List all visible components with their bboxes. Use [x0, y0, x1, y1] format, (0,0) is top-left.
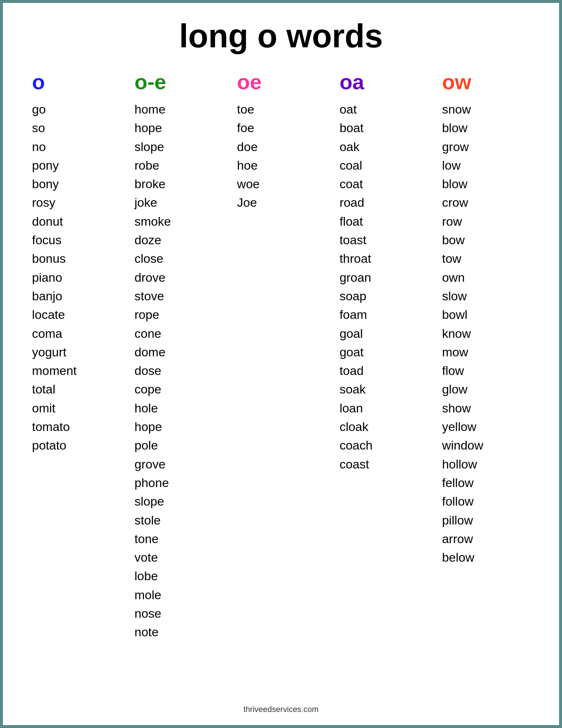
list-item: goal [339, 325, 372, 343]
list-item: coal [339, 157, 372, 174]
list-item: glow [442, 380, 483, 398]
word-list-col-o: gosonoponybonyrosydonutfocusbonuspianoba… [32, 100, 77, 455]
list-item: crow [442, 194, 483, 211]
list-item: follow [442, 492, 483, 510]
list-item: cloak [339, 418, 372, 436]
list-item: slow [442, 287, 483, 305]
list-item: slope [135, 138, 171, 156]
list-item: dome [135, 343, 171, 361]
list-item: low [442, 157, 483, 174]
list-item: drove [135, 269, 171, 286]
list-item: woe [237, 175, 260, 193]
columns-container: ogosonoponybonyrosydonutfocusbonuspianob… [25, 70, 537, 701]
list-item: potato [32, 436, 77, 454]
list-item: total [32, 380, 77, 398]
column-header-col-oe-dash: o-e [135, 70, 166, 94]
list-item: nose [135, 605, 171, 622]
column-header-col-oa: oa [339, 70, 364, 94]
list-item: pony [32, 157, 77, 174]
list-item: flow [442, 362, 483, 380]
column-col-o: ogosonoponybonyrosydonutfocusbonuspianob… [25, 70, 127, 701]
list-item: yellow [442, 418, 483, 436]
list-item: oat [339, 100, 372, 118]
list-item: goat [339, 343, 372, 361]
page: long o words ogosonoponybonyrosydonutfoc… [0, 0, 562, 728]
list-item: coat [339, 175, 372, 193]
column-col-oe-dash: o-ehomehopesloperobebrokejokesmokedozecl… [127, 70, 230, 701]
list-item: note [135, 623, 171, 641]
list-item: smoke [135, 213, 171, 230]
list-item: hope [135, 418, 171, 436]
list-item: boat [339, 119, 372, 137]
list-item: focus [32, 231, 77, 249]
list-item: mow [442, 343, 483, 361]
list-item: home [135, 100, 171, 118]
word-list-col-oe-dash: homehopesloperobebrokejokesmokedozeclose… [135, 100, 171, 641]
column-col-oe: oetoefoedoehoewoeJoe [230, 70, 332, 701]
list-item: road [339, 194, 372, 211]
list-item: locate [32, 306, 77, 324]
column-col-ow: owsnowblowgrowlowblowcrowrowbowtowownslo… [435, 70, 537, 701]
list-item: arrow [442, 530, 483, 548]
list-item: omit [32, 399, 77, 417]
list-item: robe [135, 157, 171, 174]
list-item: vote [135, 549, 171, 566]
list-item: window [442, 436, 483, 454]
list-item: foam [339, 306, 372, 324]
list-item: coach [339, 436, 372, 454]
list-item: tomato [32, 418, 77, 436]
list-item: go [32, 100, 77, 118]
list-item: pole [135, 436, 171, 454]
list-item: cone [135, 325, 171, 343]
list-item: doze [135, 231, 171, 249]
list-item: coast [339, 455, 372, 473]
list-item: below [442, 549, 483, 566]
list-item: close [135, 250, 171, 268]
list-item: toe [237, 100, 260, 118]
list-item: hollow [442, 455, 483, 473]
column-header-col-ow: ow [442, 70, 471, 94]
list-item: so [32, 119, 77, 137]
word-list-col-oe: toefoedoehoewoeJoe [237, 100, 260, 212]
list-item: blow [442, 119, 483, 137]
list-item: banjo [32, 287, 77, 305]
list-item: blow [442, 175, 483, 193]
list-item: toast [339, 231, 372, 249]
list-item: show [442, 399, 483, 417]
list-item: bow [442, 231, 483, 249]
list-item: Joe [237, 194, 260, 211]
list-item: own [442, 269, 483, 286]
list-item: piano [32, 269, 77, 286]
list-item: mole [135, 586, 171, 604]
word-list-col-ow: snowblowgrowlowblowcrowrowbowtowownslowb… [442, 100, 483, 566]
list-item: bowl [442, 306, 483, 324]
list-item: tone [135, 530, 171, 548]
list-item: throat [339, 250, 372, 268]
list-item: hole [135, 399, 171, 417]
list-item: no [32, 138, 77, 156]
list-item: stove [135, 287, 171, 305]
list-item: coma [32, 325, 77, 343]
page-title: long o words [179, 17, 383, 55]
list-item: hoe [237, 157, 260, 174]
list-item: donut [32, 213, 77, 230]
list-item: bony [32, 175, 77, 193]
list-item: pillow [442, 511, 483, 529]
list-item: broke [135, 175, 171, 193]
footer: thriveedservices.com [243, 705, 319, 714]
list-item: float [339, 213, 372, 230]
list-item: loan [339, 399, 372, 417]
list-item: row [442, 213, 483, 230]
list-item: slope [135, 492, 171, 510]
list-item: grow [442, 138, 483, 156]
list-item: moment [32, 362, 77, 380]
list-item: foe [237, 119, 260, 137]
list-item: stole [135, 511, 171, 529]
list-item: cope [135, 380, 171, 398]
list-item: know [442, 325, 483, 343]
column-header-col-oe: oe [237, 70, 262, 94]
list-item: snow [442, 100, 483, 118]
list-item: toad [339, 362, 372, 380]
list-item: fellow [442, 474, 483, 492]
list-item: rosy [32, 194, 77, 211]
